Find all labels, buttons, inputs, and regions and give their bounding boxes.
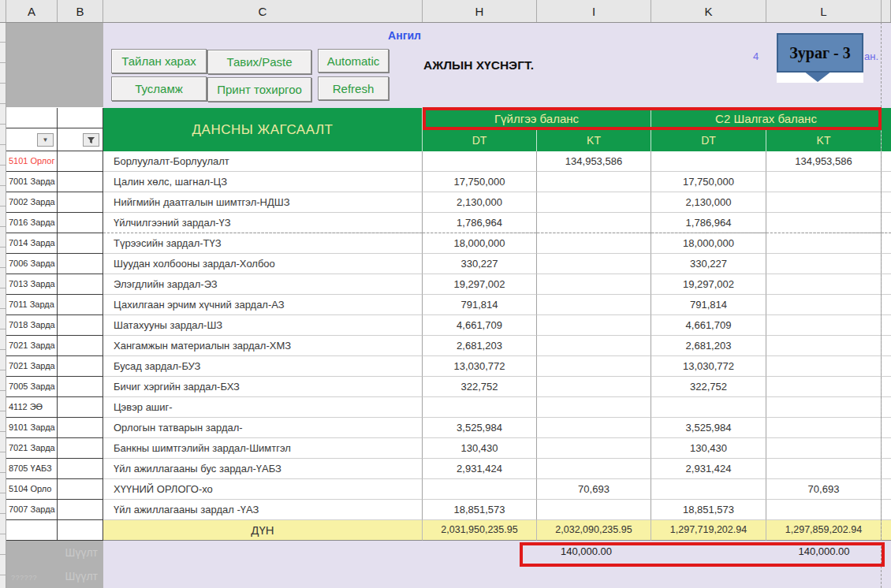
account-name-cell[interactable]: Хангамжын материалын зардал-ХМЗ bbox=[103, 336, 423, 356]
empty-b-cell[interactable] bbox=[58, 172, 103, 192]
kt2-value-cell[interactable] bbox=[766, 192, 882, 213]
kt2-value-cell[interactable] bbox=[766, 356, 882, 377]
kt2-value-cell[interactable] bbox=[766, 377, 882, 397]
account-code-cell[interactable]: 7018 Зарда bbox=[6, 315, 58, 336]
account-name-cell[interactable]: Цалин хөлс, шагнал-ЦЗ bbox=[103, 172, 423, 192]
dt-column-header[interactable]: DT bbox=[423, 128, 537, 151]
account-code-cell[interactable]: 5104 Орло bbox=[6, 479, 58, 500]
column-header-L[interactable]: L bbox=[766, 0, 882, 22]
dt1-value-cell[interactable]: 2,681,203 bbox=[423, 336, 537, 356]
kt1-value-cell[interactable] bbox=[537, 213, 651, 233]
kt1-value-cell[interactable] bbox=[537, 172, 651, 192]
total-row-cell-b[interactable] bbox=[58, 520, 103, 541]
dt2-value-cell[interactable]: 791,814 bbox=[651, 295, 766, 315]
column-header-C[interactable]: C bbox=[103, 0, 423, 22]
dt1-value-cell[interactable]: 13,030,772 bbox=[423, 356, 537, 377]
kt2-value-cell[interactable] bbox=[766, 438, 882, 459]
kt2-value-cell[interactable] bbox=[766, 459, 882, 479]
kt2-value-cell[interactable] bbox=[766, 295, 882, 315]
kt2-value-cell[interactable] bbox=[766, 213, 882, 233]
account-name-cell[interactable]: Нийгмийн даатгалын шимтгэл-НДШЗ bbox=[103, 192, 423, 213]
dt2-value-cell[interactable]: 2,681,203 bbox=[651, 336, 766, 356]
account-name-cell[interactable]: Түрээсийн зардал-ТҮЗ bbox=[103, 233, 423, 254]
cell-b-filter[interactable] bbox=[58, 128, 103, 151]
account-code-cell[interactable]: 7021 Зарда bbox=[6, 336, 58, 356]
account-name-cell[interactable]: Орлогын татварын зардал- bbox=[103, 418, 423, 438]
account-code-cell[interactable]: 7016 Зарда bbox=[6, 213, 58, 233]
account-name-cell[interactable]: Бусад зардал-БУЗ bbox=[103, 356, 423, 377]
dt1-value-cell[interactable]: 4,661,709 bbox=[423, 315, 537, 336]
dt1-value-cell[interactable]: 1,786,964 bbox=[423, 213, 537, 233]
kt2-value-cell[interactable] bbox=[766, 315, 882, 336]
kt1-value-cell[interactable] bbox=[537, 295, 651, 315]
total-kt2[interactable]: 1,297,859,202.94 bbox=[766, 520, 882, 541]
account-code-cell[interactable]: 9101 Зарда bbox=[6, 418, 58, 438]
account-name-cell[interactable]: Бичиг хэргийн зардал-БХЗ bbox=[103, 377, 423, 397]
empty-b-cell[interactable] bbox=[58, 336, 103, 356]
dt2-value-cell[interactable]: 18,000,000 bbox=[651, 233, 766, 254]
column-header-K[interactable]: K bbox=[651, 0, 766, 22]
empty-b-cell[interactable] bbox=[58, 213, 103, 233]
account-code-cell[interactable]: 4112 ЭӨ bbox=[6, 397, 58, 418]
automatic-button[interactable]: Automatic bbox=[318, 49, 389, 73]
account-name-cell[interactable]: Үйлчилгээний зардал-ҮЗ bbox=[103, 213, 423, 233]
dt2-value-cell[interactable]: 3,525,984 bbox=[651, 418, 766, 438]
filter-funnel-icon[interactable] bbox=[83, 133, 99, 147]
dt2-value-cell[interactable]: 2,130,000 bbox=[651, 192, 766, 213]
print-settings-button[interactable]: Принт тохиргоо bbox=[207, 77, 311, 102]
account-name-cell[interactable]: Элэгдлийн зардал-ЭЗ bbox=[103, 274, 423, 295]
kt2-value-cell[interactable] bbox=[766, 172, 882, 192]
kt1-value-cell[interactable] bbox=[537, 192, 651, 213]
total-label[interactable]: ДҮН bbox=[103, 520, 423, 541]
empty-b-cell[interactable] bbox=[58, 459, 103, 479]
column-header-H[interactable]: H bbox=[423, 0, 537, 22]
account-name-cell[interactable]: ХҮҮНИЙ ОРЛОГО-хо bbox=[103, 479, 423, 500]
kt1-value-cell[interactable]: 70,693 bbox=[537, 479, 651, 500]
dt1-value-cell[interactable]: 19,297,002 bbox=[423, 274, 537, 295]
dt2-value-cell[interactable] bbox=[651, 397, 766, 418]
dt2-value-cell[interactable]: 330,227 bbox=[651, 254, 766, 274]
account-code-cell[interactable]: 8705 ҮАБЗ bbox=[6, 459, 58, 479]
dt2-value-cell[interactable]: 17,750,000 bbox=[651, 172, 766, 192]
total-kt1[interactable]: 2,032,090,235.95 bbox=[537, 520, 651, 541]
account-code-cell[interactable]: 7021 Зарда bbox=[6, 438, 58, 459]
help-button[interactable]: Тусламж bbox=[111, 76, 207, 101]
account-name-cell[interactable]: Үйл ажиллагааны бус зардал-ҮАБЗ bbox=[103, 459, 423, 479]
account-code-cell[interactable]: 5101 Орлог bbox=[6, 151, 58, 172]
kt2-value-cell[interactable]: 134,953,586 bbox=[766, 151, 882, 172]
dt2-value-cell[interactable] bbox=[651, 151, 766, 172]
account-code-cell[interactable]: 7014 Зарда bbox=[6, 233, 58, 254]
dt1-value-cell[interactable]: 3,525,984 bbox=[423, 418, 537, 438]
dt2-value-cell[interactable]: 322,752 bbox=[651, 377, 766, 397]
kt2-value-cell[interactable]: 70,693 bbox=[766, 479, 882, 500]
kt1-value-cell[interactable] bbox=[537, 500, 651, 520]
empty-b-cell[interactable] bbox=[58, 233, 103, 254]
empty-b-cell[interactable] bbox=[58, 274, 103, 295]
dt1-value-cell[interactable]: 17,750,000 bbox=[423, 172, 537, 192]
kt1-value-cell[interactable] bbox=[537, 418, 651, 438]
dt2-value-cell[interactable]: 13,030,772 bbox=[651, 356, 766, 377]
kt1-value-cell[interactable] bbox=[537, 377, 651, 397]
account-code-cell[interactable]: 7001 Зарда bbox=[6, 172, 58, 192]
cell-a-header-empty[interactable] bbox=[6, 108, 58, 128]
dt2-value-cell[interactable]: 4,661,709 bbox=[651, 315, 766, 336]
dt1-value-cell[interactable] bbox=[423, 479, 537, 500]
account-code-cell[interactable]: 7013 Зарда bbox=[6, 274, 58, 295]
kt1-value-cell[interactable] bbox=[537, 459, 651, 479]
cell-a-filter[interactable]: ▼ bbox=[6, 128, 58, 151]
cell-b-header-empty[interactable] bbox=[58, 108, 103, 128]
account-name-cell[interactable]: Цэвэр ашиг- bbox=[103, 397, 423, 418]
empty-b-cell[interactable] bbox=[58, 438, 103, 459]
kt-column-header[interactable]: KT bbox=[766, 128, 882, 151]
dropdown-arrow-icon[interactable]: ▼ bbox=[37, 133, 54, 147]
account-code-cell[interactable]: 7006 Зарда bbox=[6, 254, 58, 274]
refresh-button[interactable]: Refresh bbox=[318, 76, 389, 100]
dt1-value-cell[interactable]: 2,130,000 bbox=[423, 192, 537, 213]
account-name-cell[interactable]: Цахилгаан эрчим хүчний зардал-АЗ bbox=[103, 295, 423, 315]
dt1-value-cell[interactable]: 130,430 bbox=[423, 438, 537, 459]
account-code-cell[interactable]: 7002 Зарда bbox=[6, 192, 58, 213]
kt2-value-cell[interactable] bbox=[766, 233, 882, 254]
dt1-value-cell[interactable]: 330,227 bbox=[423, 254, 537, 274]
empty-b-cell[interactable] bbox=[58, 315, 103, 336]
account-code-cell[interactable]: 7005 Зарда bbox=[6, 377, 58, 397]
